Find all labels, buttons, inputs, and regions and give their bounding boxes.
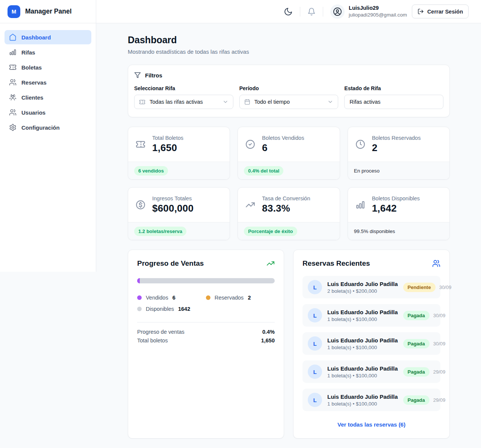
check-circle-icon	[245, 139, 255, 149]
avatar: L	[308, 365, 322, 379]
reservation-date: 29/09	[433, 369, 446, 375]
legend-dot-orange	[206, 295, 210, 300]
progress-summary: Progreso de ventas 0.4% Total boletos 1,…	[137, 329, 275, 344]
app-logo: M Manager Panel	[0, 0, 96, 23]
sidebar-item-boletas[interactable]: Boletas	[5, 60, 91, 74]
ticket-icon	[9, 64, 17, 71]
stat-card-ingresos-totales: Ingresos Totales $600,000 1.2 boletas/re…	[128, 187, 230, 240]
ticket-icon	[139, 99, 145, 105]
stat-card-boletos-disponibles: Boletos Disponibles 1,642 99.5% disponib…	[348, 187, 450, 240]
chevron-down-icon	[327, 99, 333, 105]
sidebar-item-label: Clientes	[21, 94, 43, 101]
avatar: L	[308, 393, 322, 407]
field-label: Seleccionar Rifa	[134, 85, 233, 91]
user-menu[interactable]: LuisJulio29 juliopadi2905@gmail.com	[330, 5, 407, 19]
summary-row: Total boletos 1,650	[137, 338, 275, 344]
dark-mode-toggle[interactable]	[284, 7, 293, 16]
clock-icon	[355, 139, 365, 149]
notifications-button[interactable]	[307, 8, 316, 16]
sidebar-item-label: Reservas	[21, 79, 47, 86]
dollar-circle-icon	[136, 200, 145, 210]
stat-label: Tasa de Conversión	[262, 195, 310, 201]
header-divider	[300, 7, 300, 17]
stat-card-boletos-reservados: Boletos Reservados 2 En proceso	[348, 127, 450, 180]
sidebar-item-label: Dashboard	[21, 34, 51, 41]
reservation-date: 30/09	[439, 285, 452, 290]
sidebar-item-dashboard[interactable]: Dashboard	[5, 30, 91, 44]
reservation-row[interactable]: L Luis Eduardo Julio Padilla 1 boleta(s)…	[303, 360, 440, 383]
filters-grid: Seleccionar Rifa Todas las rifas activas…	[134, 85, 443, 109]
stat-card-tasa-conversion: Tasa de Conversión 83.3% Porcentaje de é…	[237, 187, 340, 240]
logout-icon	[417, 8, 424, 15]
page-title: Dashboard	[128, 35, 450, 45]
bottom-grid: Progreso de Ventas Vendidos 6 Reservados…	[128, 250, 450, 439]
panel-title: Progreso de Ventas	[137, 259, 204, 268]
sidebar-item-rifas[interactable]: Rifas	[5, 45, 91, 59]
select-value: Todas las rifas activas	[150, 99, 203, 105]
reservations-list: L Luis Eduardo Julio Padilla 2 boleta(s)…	[303, 276, 440, 411]
stat-value: $600,000	[152, 203, 194, 214]
stat-footer-badge: Porcentaje de éxito	[244, 227, 297, 236]
sidebar-nav: Dashboard Rifas Boletas Reservas Cliente…	[0, 23, 96, 142]
sidebar-item-reservas[interactable]: Reservas	[5, 75, 91, 89]
filter-field-periodo: Período Todo el tiempo	[239, 85, 339, 109]
reservation-row[interactable]: L Luis Eduardo Julio Padilla 1 boleta(s)…	[303, 304, 440, 327]
funnel-icon	[134, 72, 141, 79]
logo-badge: M	[8, 5, 20, 18]
filters-title: Filtros	[145, 72, 162, 79]
home-icon	[9, 33, 17, 41]
reservation-detail: 1 boleta(s) • $100,000	[327, 345, 398, 350]
stat-label: Boletos Disponibles	[372, 195, 420, 201]
panel-title: Reservas Recientes	[303, 259, 370, 268]
chevron-down-icon	[222, 99, 228, 105]
moon-icon	[284, 7, 293, 16]
sidebar-item-usuarios[interactable]: Usuarios	[5, 105, 91, 120]
field-label: Estado de Rifa	[344, 85, 443, 91]
sidebar-item-configuracion[interactable]: Configuración	[5, 120, 91, 135]
filter-field-estado: Estado de Rifa	[344, 85, 443, 109]
calendar-icon	[244, 99, 250, 105]
sidebar-item-clientes[interactable]: Clientes	[5, 90, 91, 104]
user-circle-icon	[333, 7, 342, 16]
reservation-name: Luis Eduardo Julio Padilla	[327, 365, 398, 372]
stat-value: 2	[372, 142, 421, 154]
rifa-select[interactable]: Todas las rifas activas	[134, 95, 233, 109]
logout-label: Cerrar Sesión	[427, 9, 463, 15]
users-icon	[432, 259, 440, 268]
filters-header: Filtros	[134, 72, 443, 79]
status-badge: Pagada	[403, 367, 430, 377]
stat-footer-badge: 6 vendidos	[134, 166, 168, 176]
status-badge: Pagada	[403, 339, 430, 348]
reservation-detail: 1 boleta(s) • $100,000	[327, 316, 398, 322]
filters-card: Filtros Seleccionar Rifa Todas las rifas…	[128, 65, 450, 117]
stat-value: 1,642	[372, 203, 420, 214]
reservation-name: Luis Eduardo Julio Padilla	[327, 394, 398, 400]
logout-button[interactable]: Cerrar Sesión	[412, 5, 469, 18]
avatar: L	[308, 280, 322, 294]
stat-label: Total Boletos	[152, 135, 183, 141]
legend-disponibles: Disponibles 1642	[137, 306, 206, 312]
select-value: Todo el tiempo	[254, 99, 290, 105]
sidebar-item-label: Usuarios	[21, 109, 45, 116]
reservation-row[interactable]: L Luis Eduardo Julio Padilla 1 boleta(s)…	[303, 332, 440, 355]
gear-icon	[9, 124, 17, 131]
avatar: L	[308, 308, 322, 322]
legend-reservados: Reservados 2	[206, 295, 275, 301]
sidebar-item-label: Boletas	[21, 64, 42, 71]
sales-progress-card: Progreso de Ventas Vendidos 6 Reservados…	[128, 250, 284, 439]
reservation-row[interactable]: L Luis Eduardo Julio Padilla 2 boleta(s)…	[303, 276, 440, 298]
filter-field-rifa: Seleccionar Rifa Todas las rifas activas	[134, 85, 233, 109]
periodo-select[interactable]: Todo el tiempo	[239, 95, 339, 109]
estado-rifa-input[interactable]	[344, 95, 443, 109]
stat-label: Boletos Reservados	[372, 135, 421, 141]
view-all-reservations-link[interactable]: Ver todas las reservas (6)	[303, 421, 440, 428]
stat-value: 6	[262, 142, 304, 154]
recent-reservations-card: Reservas Recientes L Luis Eduardo Julio …	[293, 250, 450, 439]
reservation-detail: 1 boleta(s) • $100,000	[327, 401, 398, 407]
stats-grid: Total Boletos 1,650 6 vendidos Boletos V…	[128, 127, 450, 240]
legend-dot-purple	[137, 295, 142, 300]
legend-dot-gray	[137, 307, 142, 311]
status-badge: Pendiente	[403, 283, 436, 292]
header-divider	[323, 7, 323, 17]
reservation-row[interactable]: L Luis Eduardo Julio Padilla 1 boleta(s)…	[303, 389, 440, 411]
